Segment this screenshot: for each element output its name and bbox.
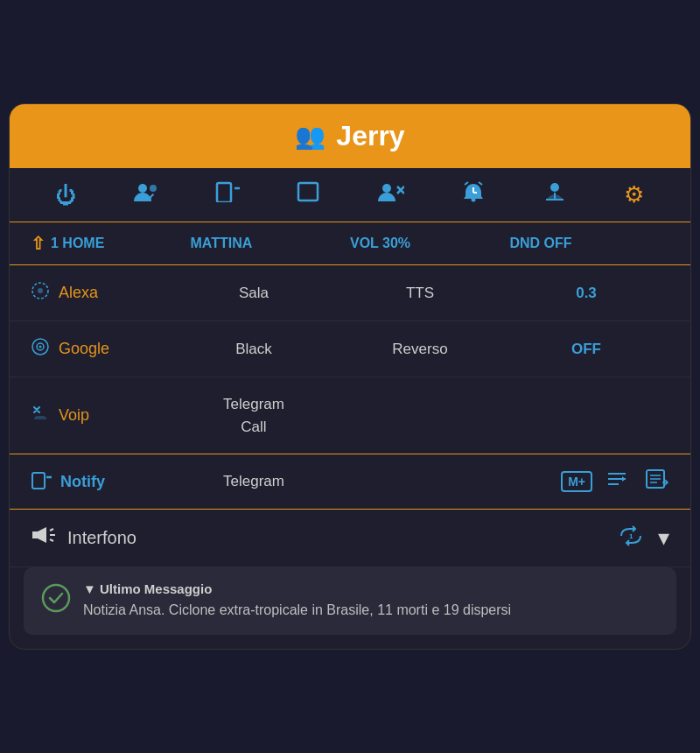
svg-point-8 <box>472 198 476 202</box>
notify-channel: Telegram <box>171 473 337 490</box>
volume-status[interactable]: VOL 30% <box>350 236 510 251</box>
google-row: Google Black Reverso OFF <box>10 321 690 377</box>
svg-point-34 <box>43 585 69 611</box>
check-circle-icon <box>41 583 71 619</box>
svg-point-17 <box>38 288 43 293</box>
alexa-icon <box>31 281 50 305</box>
svg-rect-21 <box>32 473 45 489</box>
devices-section: Alexa Sala TTS 0.3 Google Black Reverso <box>10 265 690 454</box>
voip-label[interactable]: Voip <box>31 404 171 427</box>
interfono-actions: 1 ▾ <box>618 524 669 552</box>
message-title: ▼ Ultimo Messaggio <box>83 581 511 596</box>
voip-icon <box>31 404 50 427</box>
power-icon[interactable]: ⏻ <box>56 183 77 208</box>
svg-line-9 <box>465 182 468 185</box>
header: 👥 Jerry <box>10 104 690 168</box>
home-status[interactable]: ⇧ 1 HOME <box>31 233 191 254</box>
vacation-icon[interactable] <box>542 180 567 209</box>
svg-point-0 <box>138 184 147 193</box>
home-arrow-icon: ⇧ <box>31 233 46 254</box>
megaphone-icon <box>31 524 57 552</box>
google-label[interactable]: Google <box>31 337 171 361</box>
message-box: ▼ Ultimo Messaggio Notizia Ansa. Ciclone… <box>24 567 676 635</box>
voip-row: Voip TelegramCall <box>10 377 690 454</box>
notify-row: Notify Telegram M+ <box>10 454 690 510</box>
status-bar: ⇧ 1 HOME MATTINA VOL 30% DND OFF <box>10 222 690 265</box>
nav-bar: ⏻ <box>10 168 690 222</box>
notify-badges: M+ <box>337 468 669 495</box>
voip-channel: TelegramCall <box>171 393 337 438</box>
main-card: 👥 Jerry ⏻ <box>9 103 691 650</box>
repeat-icon[interactable]: 1 <box>618 525 644 552</box>
message-body: Notizia Ansa. Ciclone extra-tropicale in… <box>83 600 511 621</box>
log-icon[interactable] <box>645 468 669 495</box>
alexa-label[interactable]: Alexa <box>31 281 171 305</box>
svg-point-20 <box>39 346 42 348</box>
notify-icon <box>31 470 52 494</box>
svg-point-13 <box>550 183 559 192</box>
header-title: Jerry <box>336 120 404 152</box>
square-icon[interactable] <box>297 181 319 208</box>
interfono-row: Interfono 1 ▾ <box>10 510 690 567</box>
dnd-status[interactable]: DND OFF <box>510 236 670 251</box>
users-icon[interactable] <box>134 182 158 208</box>
tablet-settings-icon[interactable] <box>215 181 240 208</box>
svg-line-32 <box>50 539 53 541</box>
notify-label[interactable]: Notify <box>31 470 171 494</box>
settings-icon[interactable]: ⚙ <box>624 181 644 208</box>
message-content: ▼ Ultimo Messaggio Notizia Ansa. Ciclone… <box>83 581 511 621</box>
group-remove-icon[interactable] <box>376 181 404 208</box>
alexa-mode: TTS <box>337 285 503 302</box>
svg-rect-4 <box>298 183 318 201</box>
svg-point-5 <box>382 184 391 193</box>
google-mode: Reverso <box>337 341 503 358</box>
expand-icon[interactable]: ▾ <box>658 524 669 552</box>
alexa-row: Alexa Sala TTS 0.3 <box>10 265 690 321</box>
svg-point-1 <box>150 185 157 192</box>
time-status[interactable]: MATTINA <box>191 236 351 251</box>
svg-line-10 <box>479 182 482 185</box>
alexa-room: Sala <box>171 285 337 302</box>
wrap-icon[interactable] <box>606 469 631 494</box>
svg-text:1: 1 <box>629 532 634 540</box>
google-value: OFF <box>503 341 669 358</box>
google-icon <box>31 337 50 361</box>
user-icon: 👥 <box>295 122 326 151</box>
alexa-value: 0.3 <box>503 285 669 302</box>
google-device: Black <box>171 341 337 358</box>
svg-line-30 <box>50 529 53 531</box>
markdown-badge[interactable]: M+ <box>561 471 592 492</box>
svg-rect-2 <box>217 183 231 202</box>
interfono-label: Interfono <box>67 528 607 548</box>
alarm-icon[interactable] <box>461 180 486 209</box>
